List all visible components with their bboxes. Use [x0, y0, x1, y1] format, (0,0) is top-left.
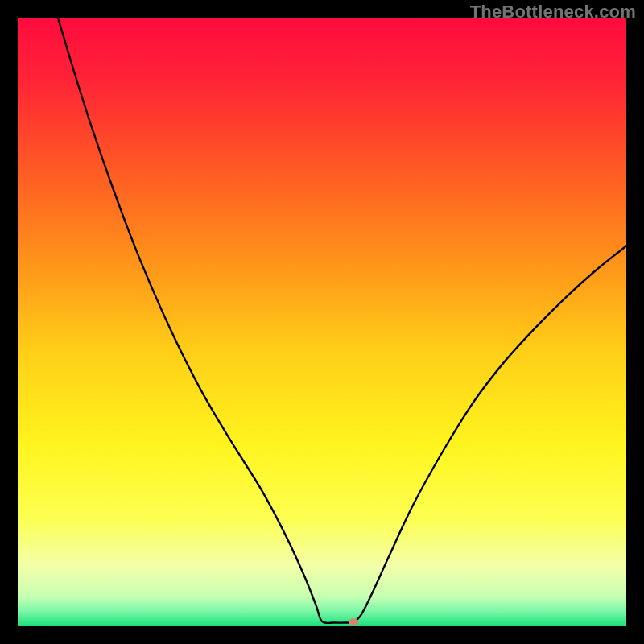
chart-background	[18, 18, 626, 626]
optimal-point-marker	[349, 618, 358, 625]
chart-frame: TheBottleneck.com	[0, 0, 644, 644]
bottleneck-chart	[18, 18, 626, 626]
